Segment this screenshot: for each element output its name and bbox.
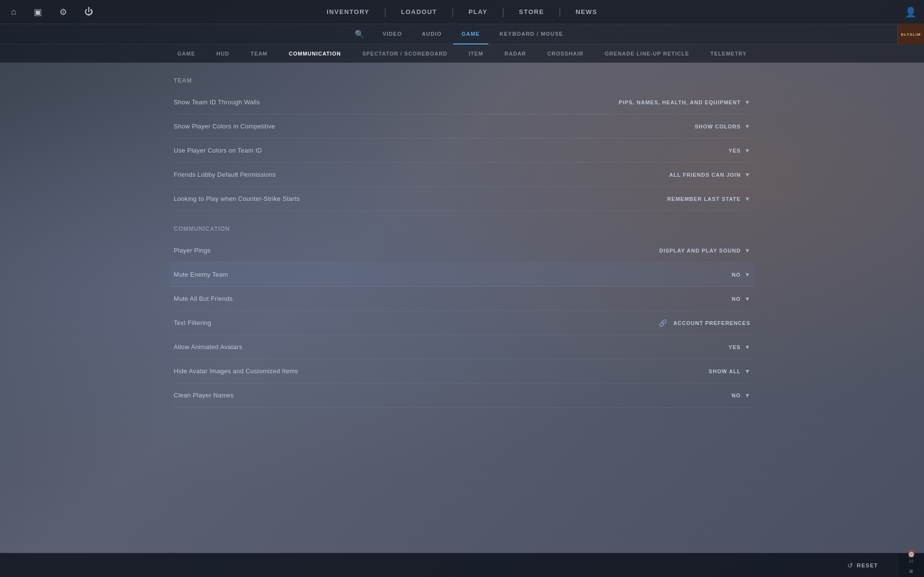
chevron-down-icon: ▼ <box>745 296 750 302</box>
table-row: Friends Lobby Default Permissions ALL FR… <box>174 163 750 187</box>
clock-icon: ⏰ <box>907 550 915 558</box>
setting-label-clean-player-names: Clean Player Names <box>174 392 234 399</box>
player-colors-value: SHOW COLORS <box>695 124 741 129</box>
friends-lobby-value: ALL FRIENDS CAN JOIN <box>669 172 741 178</box>
cat-game[interactable]: GAME <box>167 44 206 63</box>
bottom-right-panel: ⏰ 19 ≡ 12 <box>897 553 924 577</box>
cat-hud[interactable]: HUD <box>206 44 240 63</box>
chevron-down-icon: ▼ <box>745 247 750 254</box>
tab-game[interactable]: GAME <box>453 24 489 44</box>
external-link-icon: 🔗 <box>659 319 667 327</box>
elysium-badge: ELYSLIM <box>897 24 924 44</box>
table-row: Text Filtering 🔗 ACCOUNT PREFERENCES <box>174 311 750 335</box>
setting-label-text-filtering: Text Filtering <box>174 319 211 326</box>
setting-label-player-colors: Show Player Colors in Competitive <box>174 123 275 130</box>
cat-communication[interactable]: COMMUNICATION <box>278 44 352 63</box>
chevron-down-icon: ▼ <box>745 344 750 351</box>
mute-enemy-value: NO <box>732 272 741 278</box>
setting-label-team-id-walls: Show Team ID Through Walls <box>174 99 260 106</box>
table-row: Looking to Play when Counter-Strike Star… <box>174 187 750 211</box>
menu-icon: ≡ <box>909 567 913 575</box>
chevron-down-icon: ▼ <box>745 271 750 278</box>
content-area: Team Show Team ID Through Walls PIPS, NA… <box>0 63 924 553</box>
player-colors-team-id-value: YES <box>729 148 741 154</box>
table-row: Player Pings DISPLAY AND PLAY SOUND ▼ <box>174 239 750 263</box>
setting-value-mute-all-friends[interactable]: NO ▼ <box>732 296 750 302</box>
setting-value-team-id-walls[interactable]: PIPS, NAMES, HEALTH, AND EQUIPMENT ▼ <box>619 99 750 106</box>
cat-team[interactable]: TEAM <box>240 44 278 63</box>
chevron-down-icon: ▼ <box>745 123 750 130</box>
tv-icon[interactable]: ▣ <box>30 3 46 21</box>
cat-radar[interactable]: RADAR <box>494 44 537 63</box>
table-row: Clean Player Names NO ▼ <box>174 383 750 408</box>
table-row: Allow Animated Avatars YES ▼ <box>174 335 750 359</box>
nav-loadout[interactable]: LOADOUT <box>386 0 452 24</box>
setting-value-player-colors-team-id[interactable]: YES ▼ <box>729 147 750 154</box>
cat-grenade[interactable]: GRENADE LINE-UP RETICLE <box>594 44 700 63</box>
nav-left-icons: ⌂ ▣ ⚙ ⏻ <box>0 3 97 21</box>
tab-video[interactable]: VIDEO <box>374 24 411 44</box>
chevron-down-icon: ▼ <box>745 99 750 106</box>
hide-avatar-value: SHOW ALL <box>709 368 741 374</box>
table-row: Hide Avatar Images and Customized Items … <box>174 359 750 383</box>
setting-label-mute-all-friends: Mute All But Friends <box>174 295 233 302</box>
nav-right: 👤 <box>905 6 924 18</box>
user-icon[interactable]: 👤 <box>905 6 917 18</box>
cat-crosshair[interactable]: CROSSHAIR <box>537 44 594 63</box>
setting-label-mute-enemy: Mute Enemy Team <box>174 271 228 278</box>
cat-telemetry[interactable]: TELEMETRY <box>700 44 757 63</box>
bottom-icon-clock[interactable]: ⏰ 19 <box>907 550 915 563</box>
bottom-icon-menu[interactable]: ≡ 12 <box>909 567 913 577</box>
cat-item[interactable]: ITEM <box>458 44 494 63</box>
chevron-down-icon: ▼ <box>745 171 750 178</box>
home-icon[interactable]: ⌂ <box>7 3 20 21</box>
setting-value-animated-avatars[interactable]: YES ▼ <box>729 344 750 351</box>
animated-avatars-value: YES <box>729 344 741 350</box>
nav-news[interactable]: NEWS <box>561 0 612 24</box>
player-pings-value: DISPLAY AND PLAY SOUND <box>659 248 741 253</box>
top-navigation: ⌂ ▣ ⚙ ⏻ INVENTORY | LOADOUT | PLAY | STO… <box>0 0 924 24</box>
main-nav: INVENTORY | LOADOUT | PLAY | STORE | NEW… <box>312 0 612 24</box>
nav-inventory[interactable]: INVENTORY <box>312 0 384 24</box>
chevron-down-icon: ▼ <box>745 368 750 375</box>
communication-section-header: Communication <box>174 225 750 235</box>
section-spacer <box>174 211 750 225</box>
setting-value-friends-lobby[interactable]: ALL FRIENDS CAN JOIN ▼ <box>669 171 750 178</box>
chevron-down-icon: ▼ <box>745 196 750 202</box>
setting-label-player-colors-team-id: Use Player Colors on Team ID <box>174 147 262 154</box>
reset-button[interactable]: ↺ RESET <box>840 558 885 573</box>
tab-keyboard-mouse[interactable]: KEYBOARD / MOUSE <box>491 24 572 44</box>
setting-label-hide-avatar: Hide Avatar Images and Customized Items <box>174 367 298 375</box>
table-row: Mute All But Friends NO ▼ <box>174 287 750 311</box>
chevron-down-icon: ▼ <box>745 147 750 154</box>
elysium-label: ELYSLIM <box>901 32 921 37</box>
setting-label-friends-lobby: Friends Lobby Default Permissions <box>174 171 276 178</box>
cat-spectator[interactable]: SPECTATOR / SCOREBOARD <box>352 44 458 63</box>
setting-value-clean-player-names[interactable]: NO ▼ <box>732 392 750 399</box>
table-row: Mute Enemy Team NO ▼ <box>169 263 755 287</box>
power-icon[interactable]: ⏻ <box>81 3 97 21</box>
setting-label-animated-avatars: Allow Animated Avatars <box>174 343 242 351</box>
search-icon[interactable]: 🔍 <box>352 27 372 41</box>
mute-all-friends-value: NO <box>732 296 741 302</box>
reset-label: RESET <box>857 563 878 568</box>
looking-to-play-value: REMEMBER LAST STATE <box>667 196 741 202</box>
gear-icon[interactable]: ⚙ <box>55 3 71 21</box>
setting-value-player-colors[interactable]: SHOW COLORS ▼ <box>695 123 750 130</box>
setting-value-player-pings[interactable]: DISPLAY AND PLAY SOUND ▼ <box>659 247 750 254</box>
setting-value-mute-enemy[interactable]: NO ▼ <box>732 271 750 278</box>
table-row: Use Player Colors on Team ID YES ▼ <box>174 139 750 163</box>
settings-tabs-bar: 🔍 VIDEO AUDIO GAME KEYBOARD / MOUSE ELYS… <box>0 24 924 44</box>
nav-play[interactable]: PLAY <box>454 0 502 24</box>
setting-label-looking-to-play: Looking to Play when Counter-Strike Star… <box>174 195 300 202</box>
table-row: Show Team ID Through Walls PIPS, NAMES, … <box>174 90 750 114</box>
table-row: Show Player Colors in Competitive SHOW C… <box>174 114 750 139</box>
setting-value-text-filtering[interactable]: 🔗 ACCOUNT PREFERENCES <box>659 319 750 327</box>
chevron-down-icon: ▼ <box>745 392 750 399</box>
setting-value-hide-avatar[interactable]: SHOW ALL ▼ <box>709 368 750 375</box>
setting-value-looking-to-play[interactable]: REMEMBER LAST STATE ▼ <box>667 196 750 202</box>
text-filtering-value: ACCOUNT PREFERENCES <box>673 320 750 326</box>
tab-audio[interactable]: AUDIO <box>413 24 450 44</box>
clock-number: 19 <box>909 559 913 563</box>
nav-store[interactable]: STORE <box>505 0 559 24</box>
